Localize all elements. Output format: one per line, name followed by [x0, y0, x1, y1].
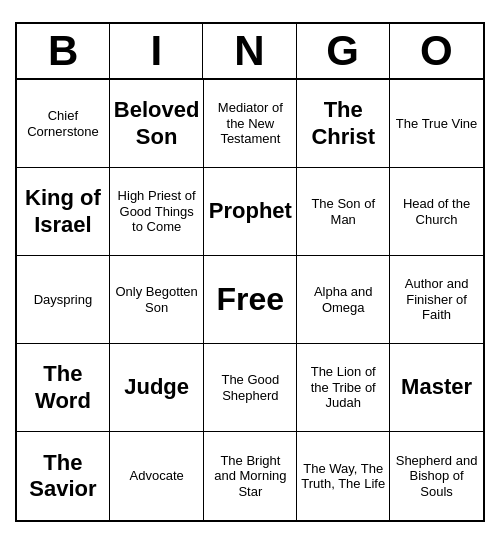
- bingo-cell-23: The Way, The Truth, The Life: [297, 432, 390, 520]
- bingo-cell-13: Alpha and Omega: [297, 256, 390, 344]
- cell-text-4: The True Vine: [396, 116, 477, 132]
- bingo-cell-22: The Bright and Morning Star: [204, 432, 297, 520]
- cell-text-9: Head of the Church: [394, 196, 479, 227]
- bingo-cell-3: The Christ: [297, 80, 390, 168]
- bingo-cell-20: The Savior: [17, 432, 110, 520]
- cell-text-7: Prophet: [209, 198, 292, 224]
- cell-text-22: The Bright and Morning Star: [208, 453, 292, 500]
- bingo-cell-14: Author and Finisher of Faith: [390, 256, 483, 344]
- bingo-card: BINGO Chief CornerstoneBeloved SonMediat…: [15, 22, 485, 522]
- cell-text-5: King of Israel: [21, 185, 105, 238]
- cell-text-14: Author and Finisher of Faith: [394, 276, 479, 323]
- bingo-cell-24: Shepherd and Bishop of Souls: [390, 432, 483, 520]
- bingo-cell-19: Master: [390, 344, 483, 432]
- cell-text-20: The Savior: [21, 450, 105, 503]
- header-letter-n: N: [203, 24, 296, 78]
- cell-text-6: High Priest of Good Things to Come: [114, 188, 200, 235]
- cell-text-17: The Good Shepherd: [208, 372, 292, 403]
- cell-text-0: Chief Cornerstone: [21, 108, 105, 139]
- cell-text-8: The Son of Man: [301, 196, 385, 227]
- bingo-cell-2: Mediator of the New Testament: [204, 80, 297, 168]
- bingo-cell-9: Head of the Church: [390, 168, 483, 256]
- bingo-cell-21: Advocate: [110, 432, 205, 520]
- bingo-cell-7: Prophet: [204, 168, 297, 256]
- cell-text-21: Advocate: [130, 468, 184, 484]
- cell-text-23: The Way, The Truth, The Life: [301, 461, 385, 492]
- bingo-grid: Chief CornerstoneBeloved SonMediator of …: [17, 80, 483, 520]
- bingo-cell-5: King of Israel: [17, 168, 110, 256]
- header-letter-o: O: [390, 24, 483, 78]
- cell-text-15: The Word: [21, 361, 105, 414]
- bingo-header: BINGO: [17, 24, 483, 80]
- bingo-cell-18: The Lion of the Tribe of Judah: [297, 344, 390, 432]
- bingo-cell-16: Judge: [110, 344, 205, 432]
- cell-text-16: Judge: [124, 374, 189, 400]
- bingo-cell-11: Only Begotten Son: [110, 256, 205, 344]
- bingo-cell-6: High Priest of Good Things to Come: [110, 168, 205, 256]
- bingo-cell-1: Beloved Son: [110, 80, 205, 168]
- cell-text-2: Mediator of the New Testament: [208, 100, 292, 147]
- cell-text-11: Only Begotten Son: [114, 284, 200, 315]
- cell-text-10: Dayspring: [34, 292, 93, 308]
- bingo-cell-0: Chief Cornerstone: [17, 80, 110, 168]
- bingo-cell-10: Dayspring: [17, 256, 110, 344]
- header-letter-g: G: [297, 24, 390, 78]
- cell-text-18: The Lion of the Tribe of Judah: [301, 364, 385, 411]
- bingo-cell-17: The Good Shepherd: [204, 344, 297, 432]
- header-letter-i: I: [110, 24, 203, 78]
- cell-text-3: The Christ: [301, 97, 385, 150]
- cell-text-1: Beloved Son: [114, 97, 200, 150]
- bingo-cell-15: The Word: [17, 344, 110, 432]
- cell-text-13: Alpha and Omega: [301, 284, 385, 315]
- header-letter-b: B: [17, 24, 110, 78]
- cell-text-12: Free: [217, 280, 285, 318]
- cell-text-24: Shepherd and Bishop of Souls: [394, 453, 479, 500]
- bingo-cell-12: Free: [204, 256, 297, 344]
- bingo-cell-8: The Son of Man: [297, 168, 390, 256]
- cell-text-19: Master: [401, 374, 472, 400]
- bingo-cell-4: The True Vine: [390, 80, 483, 168]
